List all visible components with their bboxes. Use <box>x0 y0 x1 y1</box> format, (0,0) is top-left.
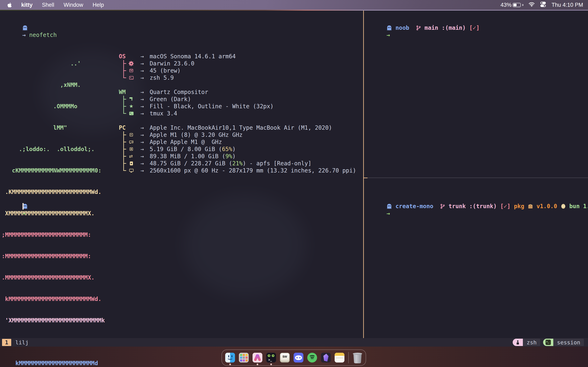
prompt-arrow: → <box>387 32 390 38</box>
runtime-label: bun 1.1 <box>570 203 588 210</box>
info-value-cpu: Apple M1 (8) @ 3.20 GHz GHz <box>150 131 242 138</box>
session-label: session <box>553 339 584 346</box>
display-icon <box>129 169 134 172</box>
info-value-packages: 45 (brew) <box>150 67 181 74</box>
battery-icon <box>513 3 521 7</box>
info-value-host: Apple Inc. MacBookAir10,1 Type MacBook A… <box>150 124 332 131</box>
menu-bar: kitty Shell Window Help 43% <box>0 0 588 10</box>
info-value-display: 2560x1600 px @ 60 Hz - 287x179 mm (13.32… <box>150 167 356 174</box>
menu-clock[interactable]: Thu 4:10 PM <box>552 2 583 8</box>
info-value-wm: Quartz Compositor <box>150 89 208 96</box>
gear-icon <box>130 62 133 65</box>
battery-indicator[interactable]: 43% <box>501 2 523 8</box>
info-value-kernel: Darwin 23.6.0 <box>150 60 194 67</box>
git-branch-icon <box>416 25 421 31</box>
info-value-swap: 89.38 MiB / 1.00 GiB (9%) <box>150 153 236 160</box>
dock-item-discord[interactable] <box>294 353 303 363</box>
git-branch-name: trunk <box>449 203 466 210</box>
session-name: create-mono <box>396 203 433 210</box>
tmux-window-title[interactable]: lilj <box>15 339 29 346</box>
wifi-icon[interactable] <box>528 2 535 8</box>
session-name: noob <box>396 25 409 31</box>
running-indicator-dot <box>229 364 231 365</box>
trash-icon <box>353 353 362 363</box>
dock-separator <box>348 352 349 363</box>
dock-item-launchpad[interactable] <box>239 353 249 363</box>
obsidian-icon <box>321 353 331 363</box>
git-status-clean: [✓] <box>500 203 511 210</box>
git-status-clean: [✓] <box>469 25 480 31</box>
dock-item-finder[interactable] <box>225 353 235 363</box>
memory-percent: 65% <box>222 146 232 152</box>
menu-item-shell[interactable]: Shell <box>42 2 54 8</box>
dock-item-trash[interactable] <box>353 353 362 363</box>
tmux-session-segment: session <box>543 339 584 346</box>
dock-item-obsidian[interactable] <box>321 353 331 363</box>
running-indicator-dot <box>270 364 272 365</box>
dock-item-arc[interactable] <box>252 353 262 363</box>
git-branch-name: main <box>424 25 438 31</box>
prompt-arrow: → <box>22 32 26 38</box>
launchpad-icon <box>239 353 249 363</box>
package-icon <box>130 69 133 72</box>
typed-command: neofetch <box>29 32 57 38</box>
info-label-wm: WM <box>119 89 126 96</box>
dock-item-notes[interactable] <box>335 353 345 363</box>
prompt-arrow: → <box>22 210 26 217</box>
dock-item-spotify[interactable] <box>307 353 317 363</box>
info-value-shell: zsh 5.9 <box>150 74 174 81</box>
notes-icon <box>335 353 345 363</box>
kitty-terminal-window[interactable]: → neofetch ..' ,xNMM. .OMMMMo lMM" .;lod… <box>0 11 588 347</box>
terminal-icon <box>129 76 134 80</box>
running-indicator-dot <box>257 364 258 365</box>
person-icon <box>513 339 523 346</box>
disk-percent: 21% <box>232 160 243 167</box>
paint-roller-icon <box>130 97 133 101</box>
package-box-emoji <box>528 203 533 210</box>
swap-percent: 9% <box>225 153 232 160</box>
pkg-version: v1.0.0 <box>536 203 557 210</box>
keycap-app-icon: $W <box>280 353 290 363</box>
prompt-arrow: → <box>387 210 390 217</box>
git-branch-detail: :(trunk) <box>469 203 497 210</box>
info-value-terminal: tmux 3.4 <box>150 110 177 117</box>
info-value-icons: Fill - Black, Outline - White (32px) <box>150 103 274 110</box>
kitty-terminal-icon: >_ <box>266 353 276 363</box>
info-value-disk: 48.75 GiB / 228.27 GiB (21%) - apfs [Rea… <box>150 160 311 167</box>
arc-browser-icon <box>252 353 262 363</box>
dock-item-keycap[interactable]: $W <box>280 353 290 363</box>
git-branch-icon <box>440 203 445 210</box>
git-branch-detail: :(main) <box>442 25 466 31</box>
dock-item-kitty[interactable]: >_ <box>266 353 276 363</box>
menu-app-name[interactable]: kitty <box>21 2 33 8</box>
tmux-status-bar: 1 lilj zsh session <box>0 338 588 347</box>
info-value-theme: Green (Dark) <box>150 96 191 103</box>
tmux-shell-segment: zsh <box>513 339 540 346</box>
battery-percent-label: 43% <box>501 2 511 8</box>
info-label-pc: PC <box>119 124 126 131</box>
apple-menu-icon[interactable] <box>7 2 12 8</box>
tmux-horizontal-split[interactable] <box>364 178 588 178</box>
pkg-label: pkg <box>514 203 524 210</box>
tmux-window-index[interactable]: 1 <box>2 339 11 346</box>
disk-icon <box>130 161 133 165</box>
finder-icon <box>225 353 235 363</box>
memory-icon <box>130 147 133 151</box>
spotify-icon <box>307 353 317 363</box>
arrow-icon: → <box>140 53 144 60</box>
control-center-icon[interactable] <box>540 1 546 8</box>
session-terminal-icon <box>543 339 553 346</box>
info-label-os: OS <box>119 53 126 60</box>
text-cursor <box>22 203 24 210</box>
info-value-os: macOS Sonoma 14.6.1 arm64 <box>150 53 236 60</box>
shell-label: zsh <box>523 339 540 346</box>
tmux-vertical-split[interactable] <box>363 11 364 338</box>
dock: >_ $W <box>222 350 366 366</box>
menu-item-help[interactable]: Help <box>93 2 104 8</box>
discord-icon <box>294 353 303 363</box>
menu-item-window[interactable]: Window <box>64 2 83 8</box>
gpu-icon <box>129 141 133 143</box>
info-value-memory: 5.19 GiB / 8.00 GiB (65%) <box>150 146 236 153</box>
terminal-filled-icon <box>129 112 134 115</box>
info-value-gpu: Apple Apple M1 @ GHz <box>150 138 222 146</box>
